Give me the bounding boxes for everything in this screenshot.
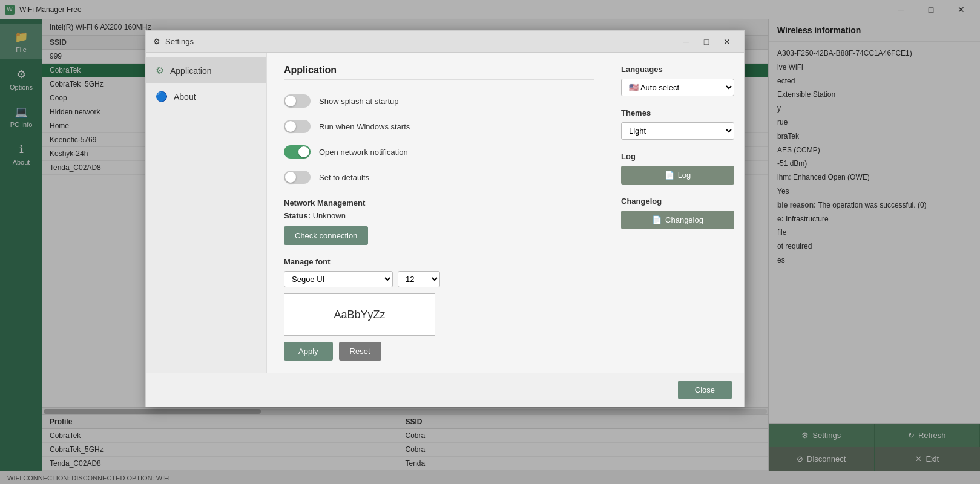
dialog-title-bar: ⚙ Settings ─ □ ✕ <box>146 31 744 53</box>
toggle-row-splash: Show splash at startup <box>284 94 594 108</box>
dialog-minimize-btn[interactable]: ─ <box>676 33 696 50</box>
apply-button[interactable]: Apply <box>284 342 333 361</box>
theme-select[interactable]: Light <box>621 122 734 140</box>
log-title: Log <box>621 152 734 161</box>
dialog-nav-application-label: Application <box>170 66 212 76</box>
nm-status-label: Status: <box>284 211 311 220</box>
dialog-nav-about-label: About <box>174 92 196 102</box>
font-preview-text: AaBbYyZz <box>334 309 385 321</box>
themes-section: Themes Light <box>621 108 734 140</box>
mf-title: Manage font <box>284 257 594 266</box>
languages-section: Languages 🇺🇸 Auto select <box>621 65 734 96</box>
toggle-notification[interactable] <box>284 145 311 159</box>
changelog-title: Changelog <box>621 197 734 206</box>
dialog-nav-about[interactable]: 🔵 About <box>146 83 266 110</box>
toggle-splash-label: Show splash at startup <box>319 97 399 106</box>
check-connection-button[interactable]: Check connection <box>284 226 368 245</box>
reset-button[interactable]: Reset <box>339 342 381 361</box>
toggle-startup-label: Run when Windows starts <box>319 122 410 131</box>
toggle-startup[interactable] <box>284 120 311 133</box>
settings-dialog: ⚙ Settings ─ □ ✕ ⚙ Application 🔵 About <box>145 30 745 407</box>
dialog-nav-application[interactable]: ⚙ Application <box>146 57 266 83</box>
toggle-notification-label: Open network notification <box>319 148 408 157</box>
font-size-select[interactable]: 12 <box>398 271 440 287</box>
nm-status-value: Unknown <box>313 211 346 220</box>
toggle-defaults-label: Set to defaults <box>319 173 369 182</box>
log-icon: 📄 <box>665 171 674 180</box>
about-nav-icon: 🔵 <box>156 91 168 102</box>
languages-title: Languages <box>621 65 734 74</box>
network-management-section: Network Management Status: Unknown Check… <box>284 198 594 245</box>
log-section: Log 📄 Log <box>621 152 734 185</box>
settings-gear-icon: ⚙ <box>153 37 160 46</box>
log-button[interactable]: 📄 Log <box>621 166 734 185</box>
dialog-right: Languages 🇺🇸 Auto select Themes Light Lo… <box>611 53 744 373</box>
nm-title: Network Management <box>284 198 594 208</box>
app-window: W WiFi Manager Free ─ □ ✕ 📁 File ⚙ Optio… <box>0 0 980 484</box>
toggle-defaults[interactable] <box>284 171 311 184</box>
application-nav-icon: ⚙ <box>156 65 164 76</box>
manage-font-section: Manage font Segoe UI 12 AaBbYyZz Apply <box>284 257 594 361</box>
nm-status: Status: Unknown <box>284 211 594 220</box>
dialog-title-label: Settings <box>165 37 194 46</box>
dialog-close-btn[interactable]: ✕ <box>717 33 737 50</box>
font-select[interactable]: Segoe UI <box>284 271 393 287</box>
toggle-splash[interactable] <box>284 94 311 108</box>
changelog-button[interactable]: 📄 Changelog <box>621 211 734 229</box>
toggle-row-notification: Open network notification <box>284 145 594 159</box>
font-controls: Segoe UI 12 <box>284 271 594 287</box>
toggle-row-defaults: Set to defaults <box>284 171 594 184</box>
dialog-footer: Close <box>146 373 744 407</box>
dialog-sidebar: ⚙ Application 🔵 About <box>146 53 267 373</box>
toggle-row-startup: Run when Windows starts <box>284 120 594 133</box>
dialog-main: Application Show splash at startup Run w… <box>267 53 611 373</box>
themes-title: Themes <box>621 108 734 117</box>
dialog-body: ⚙ Application 🔵 About Application Show s… <box>146 53 744 373</box>
changelog-icon: 📄 <box>652 215 662 224</box>
dialog-close-button[interactable]: Close <box>678 381 732 399</box>
font-preview: AaBbYyZz <box>284 293 435 336</box>
action-buttons: Apply Reset <box>284 342 594 361</box>
dialog-maximize-btn[interactable]: □ <box>697 33 716 50</box>
changelog-section: Changelog 📄 Changelog <box>621 197 734 229</box>
language-select[interactable]: 🇺🇸 Auto select <box>621 79 734 96</box>
application-section-title: Application <box>284 65 594 80</box>
